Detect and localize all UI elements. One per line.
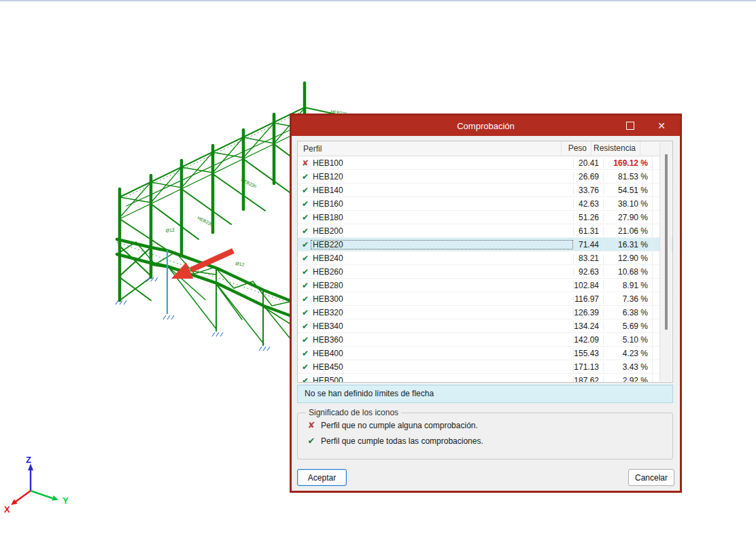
check-icon: ✔ — [300, 199, 311, 209]
check-icon: ✔ — [300, 186, 311, 195]
profile-weight: 92.63 — [573, 267, 603, 277]
check-icon: ✔ — [300, 281, 311, 290]
maximize-icon — [626, 122, 634, 130]
dialog-title: Comprobación — [457, 121, 515, 131]
profile-resistance: 4.23 % — [603, 349, 652, 358]
profile-weight: 20.41 — [573, 158, 603, 168]
legend-pass-text: Perfil que cumple todas las comprobacion… — [321, 436, 483, 446]
profile-name: HEB400 — [311, 349, 573, 358]
table-row[interactable]: ✔HEB320126.396.38 % — [298, 306, 672, 319]
table-row[interactable]: ✔HEB450171.133.43 % — [298, 360, 672, 374]
profile-resistance: 169.12 % — [603, 158, 652, 168]
rod-diameter-label: Ø12 — [165, 227, 175, 233]
profile-name: HEB220 — [311, 240, 573, 249]
eave-truss-top-chord — [117, 239, 290, 300]
y-axis-label: Y — [63, 495, 69, 506]
legend-fail-text: Perfil que no cumple alguna comprobación… — [321, 421, 478, 430]
x-axis-label: X — [4, 504, 10, 515]
profile-resistance: 5.10 % — [603, 335, 652, 345]
dialog-titlebar[interactable]: Comprobación ✕ — [292, 116, 680, 136]
profile-resistance: 7.36 % — [603, 294, 652, 304]
check-icon: ✔ — [300, 308, 311, 317]
profiles-table: Perfil Peso Resistencia ✘HEB10020.41169.… — [297, 141, 673, 383]
profile-weight: 42.63 — [573, 199, 603, 209]
vertical-scrollbar[interactable] — [659, 142, 672, 381]
cancel-button[interactable]: Cancelar — [628, 469, 674, 486]
profile-weight: 134.24 — [573, 321, 603, 331]
profile-name: HEB280 — [311, 281, 573, 290]
scrollbar-thumb[interactable] — [665, 154, 668, 330]
table-row[interactable]: ✔HEB22071.4416.31 % — [298, 238, 672, 251]
table-row[interactable]: ✔HEB340134.245.69 % — [298, 319, 672, 333]
fail-icon: ✘ — [305, 420, 318, 430]
table-body: ✘HEB10020.41169.12 %✔HEB12026.6981.53 %✔… — [298, 156, 672, 383]
legend-group: Significado de los iconos ✘ Perfil que n… — [297, 408, 673, 459]
column-header-resistencia[interactable]: Resistencia — [591, 141, 640, 156]
y-axis-arrow — [52, 495, 58, 501]
profile-resistance: 16.31 % — [603, 240, 652, 249]
accept-button[interactable]: Aceptar — [297, 469, 347, 486]
profile-weight: 116.97 — [573, 294, 603, 304]
profile-weight: 155.43 — [573, 349, 603, 358]
profile-name: HEB240 — [311, 254, 573, 263]
check-icon: ✔ — [300, 267, 311, 277]
profile-weight: 142.09 — [573, 335, 603, 345]
column-header-filler — [640, 141, 660, 156]
table-row[interactable]: ✔HEB14033.7654.51 % — [298, 184, 672, 197]
profile-resistance: 2.92 % — [603, 376, 652, 383]
profile-weight: 126.39 — [573, 308, 603, 317]
table-row[interactable]: ✔HEB16042.6338.10 % — [298, 197, 672, 211]
axis-triad: Z X Y — [4, 455, 69, 515]
check-icon: ✔ — [300, 335, 311, 345]
column-header-perfil[interactable]: Perfil — [298, 144, 561, 154]
tie-rods — [151, 265, 290, 344]
check-icon: ✔ — [300, 213, 311, 222]
table-row[interactable]: ✔HEB20061.3121.06 % — [298, 224, 672, 238]
table-row[interactable]: ✔HEB300116.977.36 % — [298, 292, 672, 306]
table-row[interactable]: ✔HEB24083.2112.90 % — [298, 251, 672, 265]
profile-weight: 187.62 — [573, 376, 603, 383]
check-icon: ✔ — [300, 254, 311, 263]
profile-name: HEB200 — [311, 226, 573, 236]
legend-title: Significado de los iconos — [306, 408, 401, 417]
profile-weight: 33.76 — [573, 186, 603, 195]
maximize-button[interactable] — [620, 116, 640, 136]
check-icon: ✔ — [300, 321, 311, 331]
profile-weight: 102.84 — [573, 281, 603, 290]
table-row[interactable]: ✔HEB26092.6310.68 % — [298, 265, 672, 279]
profile-name: HEB450 — [311, 362, 573, 372]
profile-weight: 26.69 — [573, 172, 603, 181]
profile-name: HEB340 — [311, 321, 573, 331]
table-row[interactable]: ✔HEB360142.095.10 % — [298, 333, 672, 347]
rod-diameter-label: Ø12 — [235, 261, 245, 267]
profile-resistance: 12.90 % — [603, 254, 652, 263]
dialog-content: Perfil Peso Resistencia ✘HEB10020.41169.… — [292, 136, 680, 491]
profile-name: HEB300 — [311, 294, 573, 304]
profile-name: HEB500 — [311, 376, 573, 383]
table-row[interactable]: ✔HEB12026.6981.53 % — [298, 170, 672, 184]
profile-name: HEB320 — [311, 308, 573, 317]
table-row[interactable]: ✔HEB280102.848.91 % — [298, 279, 672, 292]
profile-resistance: 27.90 % — [603, 213, 652, 222]
column-header-peso[interactable]: Peso — [561, 141, 591, 156]
table-header: Perfil Peso Resistencia — [298, 141, 672, 156]
profile-weight: 171.13 — [573, 362, 603, 372]
profile-name: HEB100 — [311, 158, 573, 168]
profile-name: HEB260 — [311, 267, 573, 277]
fail-icon: ✘ — [300, 158, 311, 168]
table-row[interactable]: ✘HEB10020.41169.12 % — [298, 156, 672, 170]
profile-resistance: 21.06 % — [603, 226, 652, 236]
profile-name: HEB140 — [311, 186, 573, 195]
clerestory-line — [126, 122, 307, 206]
comprobacion-dialog: Comprobación ✕ Perfil Peso Resistencia ✘… — [290, 114, 682, 493]
profile-resistance: 8.91 % — [603, 281, 652, 290]
check-icon: ✔ — [300, 362, 311, 372]
check-icon: ✔ — [300, 240, 311, 249]
table-row[interactable]: ✔HEB18051.2627.90 % — [298, 211, 672, 224]
profile-resistance: 81.53 % — [603, 172, 652, 181]
close-button[interactable]: ✕ — [651, 116, 672, 136]
check-icon: ✔ — [300, 172, 311, 181]
table-row[interactable]: ✔HEB500187.622.92 % — [298, 374, 672, 383]
table-row[interactable]: ✔HEB400155.434.23 % — [298, 347, 672, 360]
profile-resistance: 54.51 % — [603, 186, 652, 195]
